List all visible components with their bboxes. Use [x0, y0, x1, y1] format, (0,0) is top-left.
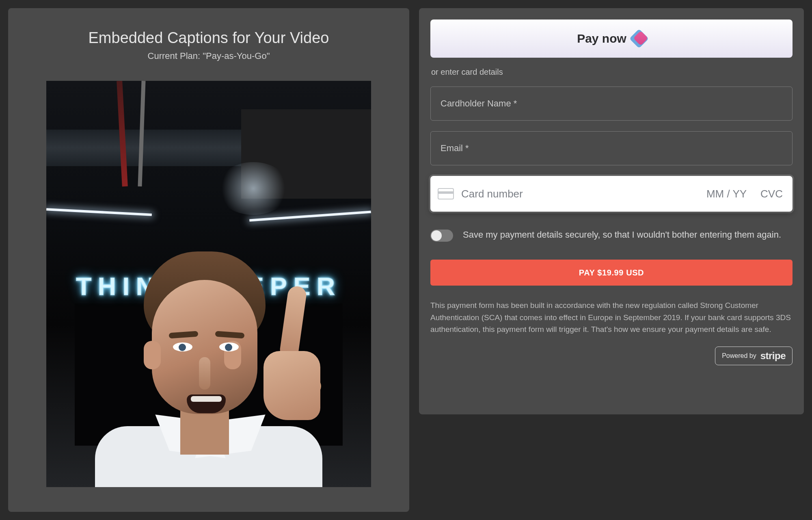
submit-pay-button[interactable]: PAY $19.99 USD — [430, 260, 793, 286]
pay-now-label: Pay now — [577, 32, 626, 46]
payment-panel: Pay now or enter card details Card numbe… — [419, 8, 804, 414]
powered-by-stripe-badge: Powered by stripe — [715, 347, 793, 365]
card-element[interactable]: Card number MM / YY CVC — [430, 176, 793, 212]
sca-disclaimer: This payment form has been built in acco… — [430, 299, 793, 335]
save-payment-label: Save my payment details securely, so tha… — [463, 228, 781, 242]
save-payment-row: Save my payment details securely, so tha… — [430, 228, 793, 242]
video-still: THINK DEEPER — [46, 81, 371, 487]
or-enter-card-text: or enter card details — [431, 67, 793, 77]
video-preview[interactable]: THINK DEEPER — [46, 81, 371, 487]
card-expiry-placeholder: MM / YY — [706, 188, 747, 200]
wallet-icon — [632, 32, 646, 46]
stripe-logo: stripe — [760, 350, 786, 362]
cardholder-name-input[interactable] — [430, 87, 793, 121]
email-input[interactable] — [430, 131, 793, 165]
page-title: Embedded Captions for Your Video — [89, 29, 329, 47]
pay-now-button[interactable]: Pay now — [430, 20, 793, 58]
person-figure — [95, 251, 322, 487]
card-number-placeholder: Card number — [461, 188, 699, 200]
plan-subtitle: Current Plan: "Pay-as-You-Go" — [148, 51, 270, 61]
toggle-knob — [431, 230, 442, 241]
credit-card-icon — [438, 188, 454, 199]
save-payment-toggle[interactable] — [430, 230, 453, 242]
product-panel: Embedded Captions for Your Video Current… — [8, 8, 409, 512]
powered-by-text: Powered by — [722, 352, 756, 360]
page-root: Embedded Captions for Your Video Current… — [0, 0, 812, 520]
card-cvc-placeholder: CVC — [760, 188, 783, 200]
